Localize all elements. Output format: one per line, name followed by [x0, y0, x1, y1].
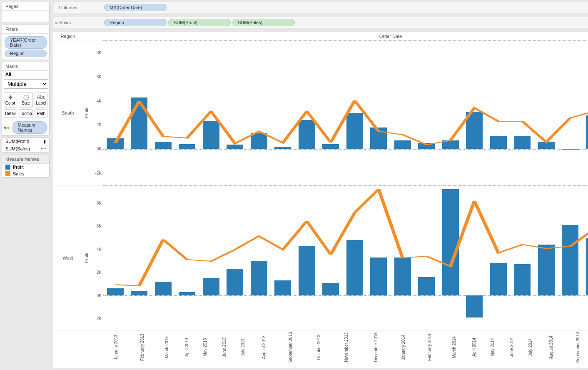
- tooltip-button[interactable]: Tooltip: [19, 109, 33, 118]
- label-button[interactable]: AbcLabel: [35, 92, 47, 108]
- sidebar: Pages Filters YEAR(Order Date)Region Mar…: [0, 0, 51, 370]
- size-icon: ◯: [20, 94, 32, 100]
- color-button[interactable]: ◉Color: [4, 92, 17, 108]
- sums-panel: SUM(Profit)▮ SUM(Sales)〰: [2, 138, 50, 153]
- x-tick: July 2014: [521, 330, 539, 368]
- viz-title: Order Date: [103, 32, 588, 40]
- x-tick: October 2013: [306, 330, 331, 368]
- legend-item[interactable]: Sales: [2, 170, 49, 177]
- x-tick: June 2013: [214, 330, 234, 368]
- x-tick: June 2014: [502, 330, 521, 368]
- line-chart: [103, 41, 588, 185]
- detail-button[interactable]: Detail: [4, 109, 17, 118]
- shelf-pill[interactable]: Region: [104, 19, 167, 26]
- pages-header: Pages: [2, 2, 49, 11]
- y-axis-label: Profit: [84, 252, 89, 263]
- region-label: South: [53, 40, 82, 185]
- line-icon: 〰: [41, 146, 46, 151]
- sum-profit[interactable]: SUM(Profit)▮: [2, 138, 49, 145]
- shelf-pill[interactable]: SUM(Profit): [168, 19, 231, 26]
- chart-row: South Profit -2K0K2K4K6K8K 0K10K20K30K S…: [53, 40, 588, 185]
- y-axis-label: Profit: [84, 108, 89, 118]
- chart-row: West Profit -2K0K2K4K6K8K 0K10K20K30K Sa…: [53, 185, 588, 330]
- measure-names-pill[interactable]: Measure Names: [12, 121, 47, 134]
- x-tick: March 2013: [156, 330, 178, 368]
- x-tick: November 2013: [331, 330, 361, 368]
- x-tick: May 2014: [483, 330, 502, 368]
- x-tick: January 2013: [103, 330, 129, 368]
- x-tick: January 2014: [391, 330, 416, 368]
- x-tick: August 2013: [252, 330, 275, 368]
- legend-panel: Measure Names ProfitSales: [2, 155, 50, 178]
- bar-icon: ▮: [43, 139, 46, 144]
- filters-header: Filters: [2, 25, 49, 34]
- columns-shelf[interactable]: ⦙⦙⦙Columns MY(Order Date): [53, 2, 588, 13]
- legend-item[interactable]: Profit: [2, 164, 49, 170]
- marks-type-select[interactable]: Multiple: [4, 79, 48, 89]
- shelf-pill[interactable]: SUM(Sales): [232, 19, 295, 26]
- legend-header: Measure Names: [2, 155, 49, 164]
- region-label: West: [53, 185, 82, 330]
- marks-header: Marks: [2, 62, 49, 71]
- rows-shelf[interactable]: ≡Rows RegionSUM(Profit)SUM(Sales): [53, 17, 588, 28]
- x-tick: December 2013: [361, 330, 391, 368]
- filter-pill[interactable]: YEAR(Order Date): [5, 36, 47, 49]
- x-tick: September 2014: [563, 330, 588, 368]
- path-button[interactable]: Path: [35, 109, 47, 118]
- x-tick: September 2013: [275, 330, 306, 368]
- color-dots-icon: ●●: [4, 125, 10, 130]
- pages-panel: Pages: [2, 2, 50, 23]
- sum-sales[interactable]: SUM(Sales)〰: [2, 145, 49, 152]
- legend-swatch: [5, 171, 10, 176]
- plot[interactable]: [103, 40, 588, 185]
- rows-icon: ≡: [55, 20, 57, 25]
- color-icon: ◉: [5, 94, 16, 100]
- plot[interactable]: [103, 185, 588, 330]
- marks-all[interactable]: All: [2, 71, 49, 78]
- x-tick: February 2014: [416, 330, 443, 368]
- filter-pill[interactable]: Region: [5, 50, 47, 57]
- viz-area: Region Order Date South Profit -2K0K2K4K…: [53, 32, 588, 368]
- label-icon: Abc: [36, 94, 46, 100]
- main: ⦙⦙⦙Columns MY(Order Date) ≡Rows RegionSU…: [51, 0, 588, 370]
- x-tick: April 2013: [177, 330, 196, 368]
- x-tick: February 2013: [129, 330, 156, 368]
- x-tick: August 2014: [539, 330, 563, 368]
- x-tick: March 2014: [443, 330, 465, 368]
- legend-swatch: [5, 165, 10, 170]
- filters-panel: Filters YEAR(Order Date)Region: [2, 25, 50, 60]
- region-header: Region: [53, 32, 82, 40]
- y-ticks: -2K0K2K4K6K8K: [91, 185, 103, 330]
- x-tick: July 2013: [234, 330, 252, 368]
- line-chart: [103, 186, 588, 330]
- x-tick: May 2013: [196, 330, 214, 368]
- columns-icon: ⦙⦙⦙: [55, 5, 57, 10]
- shelf-pill[interactable]: MY(Order Date): [104, 4, 167, 11]
- size-button[interactable]: ◯Size: [19, 92, 33, 108]
- x-tick: April 2014: [465, 330, 483, 368]
- marks-panel: Marks All Multiple ◉Color ◯Size AbcLabel…: [2, 62, 50, 136]
- y-ticks: -2K0K2K4K6K8K: [91, 40, 103, 185]
